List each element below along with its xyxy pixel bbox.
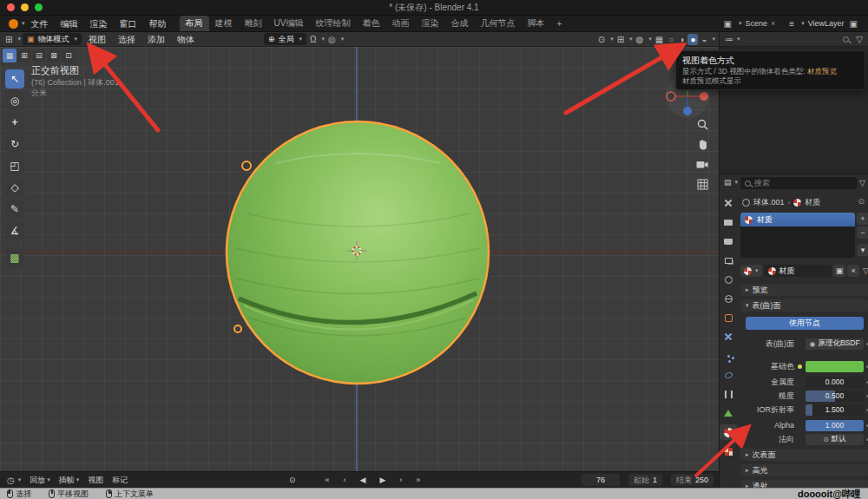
- shading-solid-button[interactable]: ◑: [677, 35, 686, 44]
- tab-object-properties[interactable]: [720, 310, 737, 325]
- workspace-tab-scripting[interactable]: 脚本: [521, 16, 550, 31]
- tab-output-properties[interactable]: [720, 233, 737, 249]
- tab-material-properties[interactable]: [720, 424, 737, 440]
- tab-objectdata-properties[interactable]: [720, 405, 737, 421]
- start-frame-field[interactable]: 起始1: [628, 474, 662, 486]
- workspace-tab-uv[interactable]: UV编辑: [268, 16, 310, 31]
- tool-annotate[interactable]: ✎: [5, 200, 24, 219]
- tab-world-properties[interactable]: [720, 291, 737, 306]
- toggle-perspective-grid-icon[interactable]: [694, 176, 710, 192]
- ior-slider[interactable]: 1.500: [806, 404, 864, 416]
- copy-icon[interactable]: ▣: [848, 19, 859, 29]
- tool-rotate[interactable]: ↻: [5, 135, 24, 154]
- current-frame-field[interactable]: 76: [582, 474, 620, 486]
- properties-editor-icon[interactable]: ▤▾: [722, 178, 738, 187]
- filter-funnel-icon[interactable]: ▽: [854, 35, 865, 44]
- roughness-slider[interactable]: 0.500: [806, 391, 864, 402]
- jump-to-start-button[interactable]: «: [322, 476, 332, 484]
- add-workspace-button[interactable]: +: [550, 17, 568, 30]
- select-subtract-icon[interactable]: ⊟: [32, 49, 46, 62]
- tab-modifier-properties[interactable]: [720, 329, 737, 345]
- surface-shader-dropdown[interactable]: ◉ 原理化BSDF: [806, 338, 864, 350]
- scene-selector[interactable]: Scene: [746, 19, 768, 28]
- zoom-icon[interactable]: [694, 116, 710, 132]
- pan-hand-icon[interactable]: [694, 136, 710, 152]
- breadcrumb-object[interactable]: 球体.001: [753, 197, 785, 208]
- section-preview[interactable]: ▸预览: [740, 284, 868, 296]
- slot-specials-button[interactable]: ▾: [857, 244, 868, 256]
- tool-scale[interactable]: ◰: [5, 156, 24, 175]
- menu-view-timeline[interactable]: 视图: [88, 475, 103, 486]
- snap-magnet-icon[interactable]: Ω: [308, 35, 318, 44]
- workspace-tab-rendering[interactable]: 渲染: [415, 16, 444, 31]
- show-gizmo-icon[interactable]: ⊞: [615, 35, 626, 44]
- workspace-tab-layout[interactable]: 布局: [180, 16, 209, 31]
- scene-unlink-icon[interactable]: ×: [771, 19, 775, 28]
- node-link-dot[interactable]: [798, 364, 802, 369]
- tool-move[interactable]: +: [5, 113, 24, 132]
- menu-file[interactable]: 文件: [25, 16, 55, 32]
- menu-render[interactable]: 渲染: [84, 16, 114, 32]
- menu-help[interactable]: 帮助: [143, 16, 173, 32]
- tab-constraint-properties[interactable]: [720, 386, 737, 402]
- tool-cursor[interactable]: ◎: [5, 91, 24, 110]
- browse-material-button[interactable]: ▾: [740, 265, 762, 277]
- menu-select[interactable]: 选择: [113, 32, 141, 47]
- tool-add-cube[interactable]: ▩: [5, 248, 24, 267]
- shading-wireframe-button[interactable]: ○: [667, 35, 675, 44]
- mode-dropdown[interactable]: ▣ 物体模式 ▾: [23, 33, 82, 45]
- section-specular[interactable]: ▸高光: [740, 464, 868, 476]
- tab-physics-properties[interactable]: [720, 367, 737, 383]
- pin-id-icon[interactable]: ⊙: [858, 197, 865, 206]
- material-name-field[interactable]: 材质: [764, 265, 832, 277]
- select-intersect-icon[interactable]: ⊡: [62, 49, 76, 62]
- select-extend-icon[interactable]: ⊞: [17, 49, 31, 62]
- camera-view-icon[interactable]: [694, 156, 710, 172]
- workspace-tab-geometrynodes[interactable]: 几何节点: [474, 16, 521, 31]
- base-color-swatch[interactable]: [806, 361, 864, 372]
- normal-dropdown[interactable]: ⊙ 默认: [806, 434, 864, 445]
- tab-particle-properties[interactable]: [720, 348, 737, 364]
- viewport-3d[interactable]: ▦ ⊞ ⊟ ⊠ ⊡ 正交前视图 (76) Collection | 球体.001…: [0, 47, 719, 471]
- unlink-material-button[interactable]: ×: [847, 265, 859, 277]
- section-surface[interactable]: ▾表(曲)面: [740, 299, 868, 312]
- auto-keyframe-button[interactable]: ⊙: [286, 476, 299, 484]
- tool-select-box[interactable]: ↖: [5, 69, 24, 89]
- jump-to-end-button[interactable]: »: [413, 476, 423, 484]
- outliner-editor-icon[interactable]: ≔: [723, 35, 735, 44]
- filter-funnel-icon[interactable]: ▽: [859, 179, 865, 187]
- add-slot-button[interactable]: +: [857, 213, 868, 225]
- properties-search-input[interactable]: 搜索: [740, 177, 857, 189]
- play-button[interactable]: ▶: [377, 476, 388, 484]
- alpha-slider[interactable]: 1.000: [806, 420, 864, 431]
- next-keyframe-button[interactable]: ›: [397, 476, 404, 484]
- material-slot-active[interactable]: 材质: [740, 213, 855, 227]
- section-subsurface[interactable]: ▸次表面: [740, 449, 868, 461]
- menu-playback[interactable]: 回放▾: [30, 475, 50, 486]
- tab-render-properties[interactable]: [720, 214, 737, 230]
- use-nodes-button[interactable]: 使用节点: [746, 317, 864, 330]
- shading-material-preview-button[interactable]: ●: [687, 34, 698, 45]
- material-slot-list[interactable]: 材质: [740, 213, 855, 258]
- end-frame-field[interactable]: 结束250: [671, 474, 713, 486]
- tab-scene-properties[interactable]: [720, 272, 737, 287]
- menu-add[interactable]: 添加: [142, 32, 170, 47]
- workspace-tab-texturepaint[interactable]: 纹理绘制: [309, 16, 356, 31]
- remove-slot-button[interactable]: −: [857, 227, 868, 239]
- metallic-slider[interactable]: 0.000: [806, 377, 864, 388]
- workspace-tab-shading[interactable]: 着色: [356, 16, 385, 31]
- blender-logo-icon[interactable]: [9, 19, 18, 29]
- workspace-tab-modeling[interactable]: 建模: [209, 16, 239, 31]
- transform-orientation-dropdown[interactable]: ⊕ 全局 ▾: [264, 33, 306, 45]
- menu-object[interactable]: 物体: [172, 32, 200, 47]
- workspace-tab-animation[interactable]: 动画: [385, 16, 415, 31]
- search-icon[interactable]: [843, 36, 849, 43]
- viewlayer-selector[interactable]: ViewLayer: [808, 19, 845, 28]
- select-set-icon[interactable]: ▦: [3, 49, 16, 62]
- previous-keyframe-button[interactable]: ‹: [340, 476, 348, 484]
- menu-view[interactable]: 视图: [83, 32, 111, 47]
- show-overlays-icon[interactable]: ◍: [635, 35, 646, 44]
- shading-rendered-button[interactable]: ◒: [700, 35, 708, 44]
- breadcrumb-material[interactable]: 材质: [805, 197, 820, 208]
- menu-markers[interactable]: 标记: [112, 475, 128, 486]
